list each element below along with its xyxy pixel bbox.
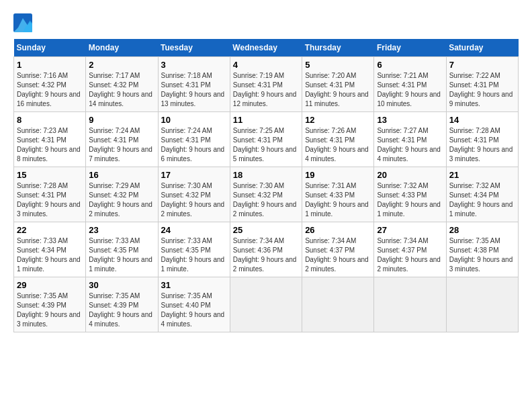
weekday-header-cell: Monday (86, 39, 158, 57)
day-number: 6 (377, 60, 443, 70)
day-info: Sunrise: 7:35 AM Sunset: 4:39 PM Dayligh… (89, 291, 154, 329)
calendar-day-cell: 24Sunrise: 7:33 AM Sunset: 4:35 PM Dayli… (158, 222, 230, 277)
weekday-header-cell: Saturday (446, 39, 518, 57)
day-number: 4 (233, 60, 299, 70)
calendar-day-cell (302, 277, 374, 332)
day-number: 26 (305, 225, 371, 235)
logo-icon (13, 13, 32, 32)
weekday-header-cell: Sunday (14, 39, 86, 57)
day-info: Sunrise: 7:28 AM Sunset: 4:31 PM Dayligh… (449, 126, 515, 164)
calendar-week-row: 29Sunrise: 7:35 AM Sunset: 4:39 PM Dayli… (14, 277, 519, 332)
day-number: 2 (89, 60, 154, 70)
day-number: 24 (161, 225, 227, 235)
calendar-day-cell: 16Sunrise: 7:29 AM Sunset: 4:32 PM Dayli… (86, 167, 158, 222)
calendar-day-cell: 9Sunrise: 7:24 AM Sunset: 4:31 PM Daylig… (86, 112, 158, 167)
calendar-day-cell: 26Sunrise: 7:34 AM Sunset: 4:37 PM Dayli… (302, 222, 374, 277)
day-info: Sunrise: 7:31 AM Sunset: 4:33 PM Dayligh… (305, 181, 371, 219)
calendar-day-cell: 18Sunrise: 7:30 AM Sunset: 4:32 PM Dayli… (230, 167, 302, 222)
calendar-day-cell: 30Sunrise: 7:35 AM Sunset: 4:39 PM Dayli… (86, 277, 158, 332)
day-info: Sunrise: 7:21 AM Sunset: 4:31 PM Dayligh… (377, 71, 443, 109)
calendar-day-cell: 21Sunrise: 7:32 AM Sunset: 4:34 PM Dayli… (446, 167, 518, 222)
calendar-day-cell: 12Sunrise: 7:26 AM Sunset: 4:31 PM Dayli… (302, 112, 374, 167)
day-info: Sunrise: 7:20 AM Sunset: 4:31 PM Dayligh… (305, 71, 371, 109)
calendar-day-cell: 19Sunrise: 7:31 AM Sunset: 4:33 PM Dayli… (302, 167, 374, 222)
day-info: Sunrise: 7:25 AM Sunset: 4:31 PM Dayligh… (233, 126, 299, 164)
calendar-day-cell: 5Sunrise: 7:20 AM Sunset: 4:31 PM Daylig… (302, 57, 374, 112)
day-info: Sunrise: 7:16 AM Sunset: 4:32 PM Dayligh… (17, 71, 83, 109)
day-info: Sunrise: 7:34 AM Sunset: 4:37 PM Dayligh… (305, 236, 371, 274)
weekday-header-cell: Friday (374, 39, 446, 57)
day-number: 23 (89, 225, 154, 235)
calendar-week-row: 8Sunrise: 7:23 AM Sunset: 4:31 PM Daylig… (14, 112, 519, 167)
day-number: 25 (233, 225, 299, 235)
day-number: 5 (305, 60, 371, 70)
page-header (13, 13, 519, 32)
calendar-day-cell: 14Sunrise: 7:28 AM Sunset: 4:31 PM Dayli… (446, 112, 518, 167)
day-info: Sunrise: 7:17 AM Sunset: 4:32 PM Dayligh… (89, 71, 154, 109)
day-info: Sunrise: 7:33 AM Sunset: 4:35 PM Dayligh… (161, 236, 227, 274)
day-info: Sunrise: 7:28 AM Sunset: 4:31 PM Dayligh… (17, 181, 83, 219)
calendar-day-cell: 3Sunrise: 7:18 AM Sunset: 4:31 PM Daylig… (158, 57, 230, 112)
calendar-day-cell: 31Sunrise: 7:35 AM Sunset: 4:40 PM Dayli… (158, 277, 230, 332)
weekday-header-cell: Wednesday (230, 39, 302, 57)
day-number: 20 (377, 170, 443, 180)
day-info: Sunrise: 7:24 AM Sunset: 4:31 PM Dayligh… (161, 126, 227, 164)
day-number: 12 (305, 115, 371, 125)
day-number: 22 (17, 225, 83, 235)
day-number: 30 (89, 280, 154, 290)
calendar-body: 1Sunrise: 7:16 AM Sunset: 4:32 PM Daylig… (14, 57, 519, 332)
calendar-day-cell: 8Sunrise: 7:23 AM Sunset: 4:31 PM Daylig… (14, 112, 86, 167)
calendar-week-row: 22Sunrise: 7:33 AM Sunset: 4:34 PM Dayli… (14, 222, 519, 277)
day-info: Sunrise: 7:33 AM Sunset: 4:35 PM Dayligh… (89, 236, 154, 274)
calendar-week-row: 1Sunrise: 7:16 AM Sunset: 4:32 PM Daylig… (14, 57, 519, 112)
calendar-day-cell (374, 277, 446, 332)
logo (13, 13, 35, 32)
day-number: 27 (377, 225, 443, 235)
day-number: 31 (161, 280, 227, 290)
calendar-day-cell: 11Sunrise: 7:25 AM Sunset: 4:31 PM Dayli… (230, 112, 302, 167)
day-number: 17 (161, 170, 227, 180)
calendar-day-cell: 4Sunrise: 7:19 AM Sunset: 4:31 PM Daylig… (230, 57, 302, 112)
day-number: 18 (233, 170, 299, 180)
calendar-day-cell: 17Sunrise: 7:30 AM Sunset: 4:32 PM Dayli… (158, 167, 230, 222)
calendar-day-cell: 20Sunrise: 7:32 AM Sunset: 4:33 PM Dayli… (374, 167, 446, 222)
day-info: Sunrise: 7:26 AM Sunset: 4:31 PM Dayligh… (305, 126, 371, 164)
calendar-week-row: 15Sunrise: 7:28 AM Sunset: 4:31 PM Dayli… (14, 167, 519, 222)
day-info: Sunrise: 7:34 AM Sunset: 4:37 PM Dayligh… (377, 236, 443, 274)
calendar-day-cell: 22Sunrise: 7:33 AM Sunset: 4:34 PM Dayli… (14, 222, 86, 277)
calendar-day-cell: 1Sunrise: 7:16 AM Sunset: 4:32 PM Daylig… (14, 57, 86, 112)
calendar-day-cell: 6Sunrise: 7:21 AM Sunset: 4:31 PM Daylig… (374, 57, 446, 112)
day-info: Sunrise: 7:22 AM Sunset: 4:31 PM Dayligh… (449, 71, 515, 109)
weekday-header-cell: Tuesday (158, 39, 230, 57)
day-number: 11 (233, 115, 299, 125)
calendar-day-cell: 13Sunrise: 7:27 AM Sunset: 4:31 PM Dayli… (374, 112, 446, 167)
day-number: 16 (89, 170, 154, 180)
calendar-table: SundayMondayTuesdayWednesdayThursdayFrid… (13, 39, 519, 332)
day-number: 10 (161, 115, 227, 125)
day-info: Sunrise: 7:35 AM Sunset: 4:39 PM Dayligh… (17, 291, 83, 329)
calendar-day-cell: 15Sunrise: 7:28 AM Sunset: 4:31 PM Dayli… (14, 167, 86, 222)
day-number: 15 (17, 170, 83, 180)
day-info: Sunrise: 7:34 AM Sunset: 4:36 PM Dayligh… (233, 236, 299, 274)
day-number: 14 (449, 115, 515, 125)
day-info: Sunrise: 7:30 AM Sunset: 4:32 PM Dayligh… (161, 181, 227, 219)
calendar-day-cell: 29Sunrise: 7:35 AM Sunset: 4:39 PM Dayli… (14, 277, 86, 332)
day-info: Sunrise: 7:27 AM Sunset: 4:31 PM Dayligh… (377, 126, 443, 164)
day-info: Sunrise: 7:29 AM Sunset: 4:32 PM Dayligh… (89, 181, 154, 219)
day-number: 3 (161, 60, 227, 70)
day-info: Sunrise: 7:32 AM Sunset: 4:34 PM Dayligh… (449, 181, 515, 219)
calendar-day-cell: 23Sunrise: 7:33 AM Sunset: 4:35 PM Dayli… (86, 222, 158, 277)
day-number: 29 (17, 280, 83, 290)
day-number: 21 (449, 170, 515, 180)
calendar-day-cell (446, 277, 518, 332)
day-number: 9 (89, 115, 154, 125)
day-info: Sunrise: 7:23 AM Sunset: 4:31 PM Dayligh… (17, 126, 83, 164)
day-number: 28 (449, 225, 515, 235)
day-info: Sunrise: 7:33 AM Sunset: 4:34 PM Dayligh… (17, 236, 83, 274)
calendar-day-cell: 27Sunrise: 7:34 AM Sunset: 4:37 PM Dayli… (374, 222, 446, 277)
day-info: Sunrise: 7:35 AM Sunset: 4:40 PM Dayligh… (161, 291, 227, 329)
calendar-day-cell: 10Sunrise: 7:24 AM Sunset: 4:31 PM Dayli… (158, 112, 230, 167)
day-info: Sunrise: 7:32 AM Sunset: 4:33 PM Dayligh… (377, 181, 443, 219)
day-info: Sunrise: 7:19 AM Sunset: 4:31 PM Dayligh… (233, 71, 299, 109)
day-info: Sunrise: 7:35 AM Sunset: 4:38 PM Dayligh… (449, 236, 515, 274)
